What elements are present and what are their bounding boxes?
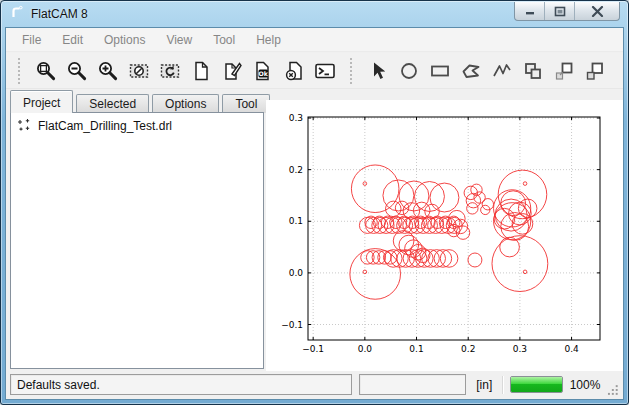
svg-text:Ok: Ok xyxy=(259,69,269,76)
tab-tool[interactable]: Tool xyxy=(222,94,270,113)
project-tree: FlatCam_Drilling_Test.drl xyxy=(10,112,264,369)
menu-edit[interactable]: Edit xyxy=(62,33,83,47)
intersect-icon xyxy=(584,60,606,82)
delete-object-button[interactable] xyxy=(281,58,307,84)
progress-fill xyxy=(511,377,561,392)
tabbar: Project Selected Options Tool xyxy=(10,90,270,113)
close-button[interactable] xyxy=(575,2,619,20)
zoom-in-icon xyxy=(97,60,119,82)
tab-project[interactable]: Project xyxy=(10,90,73,113)
drill-marks-icon xyxy=(17,118,32,133)
subtract-icon xyxy=(553,60,575,82)
minimize-icon xyxy=(524,6,536,16)
clear-plot-icon xyxy=(128,60,150,82)
status-field-2 xyxy=(359,374,466,395)
titlebar[interactable]: FlatCAM 8 xyxy=(1,1,628,27)
status-separator xyxy=(502,376,503,394)
toolbar-draw-group xyxy=(348,58,608,84)
new-project-button[interactable] xyxy=(188,58,214,84)
union-button[interactable] xyxy=(520,58,546,84)
union-icon xyxy=(522,60,544,82)
plot-canvas[interactable]: −0.10.00.10.20.30.4−0.10.00.10.20.3 xyxy=(266,100,623,371)
flatcam-window: FlatCAM 8 File Edit Options View Tool He… xyxy=(0,0,629,405)
open-file-icon xyxy=(221,60,243,82)
zoom-fit-icon xyxy=(35,60,57,82)
polygon-icon xyxy=(460,60,482,82)
minimize-button[interactable] xyxy=(515,2,545,20)
svg-text:−0.1: −0.1 xyxy=(281,320,303,330)
menu-tool[interactable]: Tool xyxy=(213,33,235,47)
svg-text:0.3: 0.3 xyxy=(513,344,527,354)
statusbar: Defaults saved. [in] 100% xyxy=(6,370,623,399)
subtract-button[interactable] xyxy=(551,58,577,84)
tab-options[interactable]: Options xyxy=(152,94,219,113)
menu-help[interactable]: Help xyxy=(256,33,281,47)
menu-file[interactable]: File xyxy=(22,33,41,47)
tree-item-label: FlatCam_Drilling_Test.drl xyxy=(38,119,172,133)
svg-text:0.0: 0.0 xyxy=(289,268,304,278)
pointer-icon xyxy=(367,60,389,82)
svg-text:0.1: 0.1 xyxy=(289,216,303,226)
units-label: [in] xyxy=(473,378,495,392)
draw-path-button[interactable] xyxy=(489,58,515,84)
window-title: FlatCAM 8 xyxy=(31,7,88,21)
zoom-out-icon xyxy=(66,60,88,82)
path-icon xyxy=(491,60,513,82)
toolbar-file-group: Ok xyxy=(16,58,338,84)
svg-text:0.1: 0.1 xyxy=(409,344,423,354)
menu-options[interactable]: Options xyxy=(104,33,145,47)
svg-text:0.0: 0.0 xyxy=(358,344,373,354)
command-shell-button[interactable] xyxy=(312,58,338,84)
shell-icon xyxy=(314,60,336,82)
delete-file-icon xyxy=(283,60,305,82)
zoom-out-button[interactable] xyxy=(64,58,90,84)
clear-plot-button[interactable] xyxy=(126,58,152,84)
menu-view[interactable]: View xyxy=(166,33,192,47)
toolbar-drag-handle-2[interactable] xyxy=(350,58,354,84)
toolbar-drag-handle[interactable] xyxy=(18,58,22,84)
replot-icon xyxy=(159,60,181,82)
tree-item-drill-file[interactable]: FlatCam_Drilling_Test.drl xyxy=(11,113,263,138)
replot-button[interactable] xyxy=(157,58,183,84)
new-file-icon xyxy=(190,60,212,82)
svg-text:0.2: 0.2 xyxy=(461,344,475,354)
zoom-in-button[interactable] xyxy=(95,58,121,84)
intersect-button[interactable] xyxy=(582,58,608,84)
app-icon xyxy=(9,4,25,24)
draw-circle-button[interactable] xyxy=(396,58,422,84)
window-controls xyxy=(514,2,620,21)
draw-rectangle-button[interactable] xyxy=(427,58,453,84)
resize-grip-icon[interactable] xyxy=(607,384,619,396)
plot-panel: −0.10.00.10.20.30.4−0.10.00.10.20.3 xyxy=(266,100,623,371)
zoom-fit-button[interactable] xyxy=(33,58,59,84)
status-message: Defaults saved. xyxy=(10,374,352,395)
maximize-icon xyxy=(554,6,566,17)
progress-bar xyxy=(510,376,562,393)
toolbar: Ok xyxy=(6,53,623,89)
tab-selected[interactable]: Selected xyxy=(76,94,149,113)
svg-text:0.3: 0.3 xyxy=(289,113,303,123)
draw-polygon-button[interactable] xyxy=(458,58,484,84)
menubar: File Edit Options View Tool Help xyxy=(6,28,623,52)
open-project-button[interactable] xyxy=(219,58,245,84)
progress-percent: 100% xyxy=(570,378,601,392)
maximize-button[interactable] xyxy=(545,2,575,20)
rectangle-icon xyxy=(429,60,451,82)
client-area: File Edit Options View Tool Help xyxy=(5,27,624,400)
svg-text:−0.1: −0.1 xyxy=(302,344,324,354)
select-tool-button[interactable] xyxy=(365,58,391,84)
save-project-button[interactable]: Ok xyxy=(250,58,276,84)
save-ok-icon: Ok xyxy=(252,60,274,82)
svg-text:0.4: 0.4 xyxy=(564,344,579,354)
close-icon xyxy=(591,6,604,17)
circle-icon xyxy=(398,60,420,82)
svg-text:0.2: 0.2 xyxy=(289,165,303,175)
